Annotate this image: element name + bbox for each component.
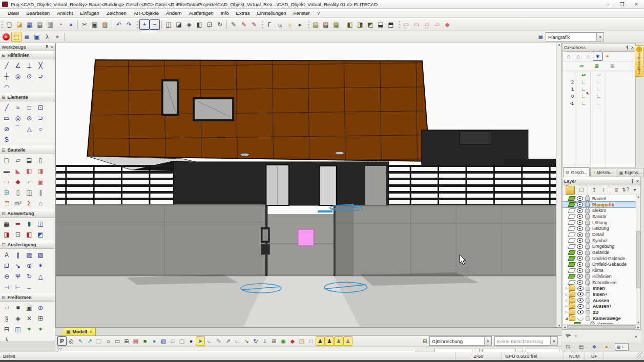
section-hilfslinien[interactable]: ⊟Hilfslinien xyxy=(0,51,55,59)
storey-locked-icon[interactable]: ∟ xyxy=(596,79,601,84)
lock-icon[interactable] xyxy=(585,274,590,279)
render-panel-icon[interactable]: ●... xyxy=(604,343,614,351)
active-layer-combo[interactable]: Plangrafik ▼ xyxy=(546,32,604,41)
col-current-icon[interactable]: ▱ xyxy=(579,63,584,69)
layer-up-icon[interactable]: ↥ xyxy=(590,186,599,195)
layer-row-elektro[interactable]: Elektro xyxy=(563,207,640,214)
layer-state-icon[interactable] xyxy=(568,280,575,285)
point-30-icon[interactable]: ₃₀ xyxy=(275,19,285,30)
axis-edit3-icon[interactable]: ✦ xyxy=(35,324,46,334)
scroll-down-icon[interactable]: ▼ xyxy=(558,324,561,327)
zoom-window-icon[interactable]: ⬚ xyxy=(94,336,103,346)
new-file-icon[interactable]: ▢ xyxy=(4,19,14,30)
tab-geschoss[interactable]: ▤Gesch... xyxy=(563,167,590,177)
zoom-out-icon[interactable]: − xyxy=(150,19,160,30)
section-elemente[interactable]: ⊟Elemente xyxy=(0,93,55,101)
hatch-icon[interactable]: ▧ xyxy=(35,249,46,260)
lock-icon[interactable] xyxy=(590,323,595,324)
chevron-down-icon[interactable]: ▼ xyxy=(484,337,491,345)
guide-circle-icon[interactable]: ◎ xyxy=(12,71,24,81)
lock-icon[interactable] xyxy=(585,209,590,213)
lintel-icon[interactable]: ▭ xyxy=(1,176,12,187)
layer-stack-icon[interactable]: ≣ xyxy=(612,186,621,195)
wall-height3-icon[interactable]: ◩ xyxy=(365,19,376,30)
stairs-icon[interactable]: ≣ xyxy=(1,198,12,208)
eye-closed-icon[interactable] xyxy=(582,324,588,324)
arc-icon[interactable]: ⊃ xyxy=(35,113,46,123)
auto-hatch-icon[interactable]: ▨ xyxy=(24,249,35,260)
layer-state-icon[interactable] xyxy=(568,220,575,225)
layer-state-icon[interactable] xyxy=(568,202,575,207)
shade-cube-icon[interactable]: ▧ xyxy=(159,336,168,346)
menu-bearbeiten[interactable]: Bearbeiten xyxy=(23,10,53,16)
polygon-icon[interactable]: ▭ xyxy=(1,113,12,123)
section-icon[interactable]: ⌂ xyxy=(35,198,46,208)
sum-label-icon[interactable]: Σ xyxy=(24,198,35,208)
layer-row-heizung[interactable]: Heizung xyxy=(563,226,640,232)
polyline-icon[interactable]: ≈ xyxy=(12,102,24,113)
maximize-button[interactable]: ❐ xyxy=(616,1,628,8)
lock-icon[interactable] xyxy=(585,263,590,267)
ucs-red-icon[interactable]: ◆ xyxy=(288,336,297,346)
collapse-icon[interactable]: ⊟ xyxy=(2,95,6,100)
axis-align-icon[interactable]: ∟ xyxy=(233,336,242,346)
line-icon[interactable]: ╱ xyxy=(1,102,12,113)
ellipse-icon[interactable]: ○ xyxy=(35,123,46,134)
storey-structure-icon[interactable]: ⌂ xyxy=(564,52,573,61)
storey-locked-icon[interactable]: ∟ xyxy=(596,87,601,92)
layer-row-symbol[interactable]: Symbol xyxy=(563,238,640,244)
door-opening-icon[interactable]: ◨ xyxy=(35,165,46,176)
storey-copy-icon[interactable]: ⌂ xyxy=(583,52,593,61)
wall-delete-icon[interactable]: ▤ xyxy=(321,19,331,30)
window-icon[interactable]: ◧ xyxy=(24,165,35,176)
cancel-function-icon[interactable]: × xyxy=(3,33,10,40)
layer-row-umfeld-geb-ude[interactable]: Umfeld-Gebäude xyxy=(563,262,640,268)
box-add-icon[interactable]: ⊞ xyxy=(35,313,46,324)
expander-icon[interactable]: ▷ xyxy=(564,299,569,303)
person-hatch-icon[interactable]: ♟ xyxy=(343,336,352,346)
dot-grid-icon[interactable]: ∷ xyxy=(306,336,316,346)
vp-frame2-icon[interactable]: ▭ xyxy=(411,19,422,30)
door2-icon[interactable]: ◫ xyxy=(24,187,35,198)
leader-icon[interactable]: ↘ xyxy=(12,260,24,271)
vp-frame-icon[interactable]: ▭ xyxy=(401,19,411,30)
resize-grip[interactable] xyxy=(637,352,644,360)
section-ausfertigung[interactable]: ⊟Ausfertigung xyxy=(0,241,55,249)
roof-icon[interactable]: ⬓ xyxy=(24,155,35,165)
eye-open-icon[interactable] xyxy=(577,232,583,237)
close-icon[interactable]: × xyxy=(636,179,639,184)
plan-extract2-icon[interactable]: ◨ xyxy=(1,229,12,240)
eye-closed-icon[interactable] xyxy=(577,318,584,321)
cube-wire-icon[interactable]: □ xyxy=(168,336,177,346)
layer-row-detail[interactable]: Detail xyxy=(563,231,640,238)
measure-room-icon[interactable]: ⊡ xyxy=(12,229,24,240)
layer-state-icon[interactable] xyxy=(568,268,575,273)
zoom-in-icon[interactable]: + xyxy=(139,19,150,30)
viewport-grid-icon[interactable]: ⊞ xyxy=(122,336,131,346)
close-button[interactable]: × xyxy=(631,1,642,8)
wall-height1-icon[interactable]: ◧ xyxy=(345,19,355,30)
sweep-icon[interactable]: § xyxy=(1,313,12,324)
sketch-edit-icon[interactable]: ✎ xyxy=(249,19,259,30)
person-pair-icon[interactable]: ♟ xyxy=(334,336,343,346)
undo-icon[interactable]: ↶ xyxy=(114,19,124,30)
layer-state-icon[interactable] xyxy=(568,262,575,267)
storey-visible-icon[interactable]: ▱ xyxy=(581,72,586,77)
probe-cursor-icon[interactable]: ⌖ xyxy=(52,32,63,42)
storey-settings-icon[interactable]: ⌂ xyxy=(573,52,583,61)
lock-icon[interactable] xyxy=(585,239,590,243)
select-box-icon[interactable]: ⬚ xyxy=(11,32,22,42)
plan-mode-icon[interactable]: P xyxy=(57,336,67,346)
person-select-icon[interactable]: ♟ xyxy=(325,336,334,346)
storey-visible-icon[interactable]: ∟ xyxy=(581,79,586,84)
beam-icon[interactable]: ▬ xyxy=(1,165,12,176)
storey-locked-icon[interactable]: ∟ xyxy=(596,101,601,106)
tab-modell[interactable]: ▣ Modell × xyxy=(60,328,96,335)
eye-open-icon[interactable] xyxy=(577,238,583,243)
pan-icon[interactable]: ↖ xyxy=(76,336,85,346)
fillet-icon[interactable]: ⌒ xyxy=(12,123,24,134)
layer-sort-caret-icon[interactable]: ▾ xyxy=(630,186,639,195)
lock-icon[interactable] xyxy=(585,221,590,225)
window2-icon[interactable]: ▣ xyxy=(35,176,46,187)
storey-visible-icon[interactable]: ∟ xyxy=(581,101,586,106)
